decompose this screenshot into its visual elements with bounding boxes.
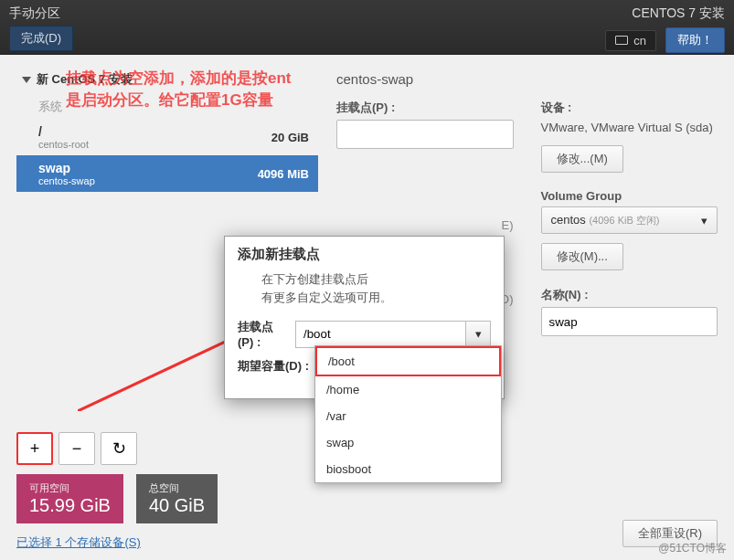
device-field: 设备 : VMware, VMware Virtual S (sda) 修改..… <box>541 100 718 173</box>
watermark: @51CTO博客 <box>658 541 727 556</box>
caret-down-icon <box>22 77 31 83</box>
keyboard-layout-text: cn <box>633 34 646 48</box>
name-field: 名称(N) : <box>541 287 718 336</box>
mountpoint-field: 挂载点(P) : <box>336 100 514 149</box>
partition-controls: + − ↻ <box>16 432 318 465</box>
chevron-down-icon: ▾ <box>701 214 707 227</box>
modal-hint: 在下方创建挂载点后 有更多自定义选项可用。 <box>261 270 491 306</box>
add-partition-button[interactable]: + <box>16 432 53 465</box>
modify-device-button[interactable]: 修改...(M) <box>541 145 623 173</box>
modal-title: 添加新挂载点 <box>238 246 491 263</box>
keyboard-icon <box>615 36 628 45</box>
total-space-tile: 总空间 40 GiB <box>136 474 218 523</box>
dropdown-option-boot[interactable]: /boot <box>315 346 501 376</box>
mountpoint-combo-toggle[interactable]: ▾ <box>465 321 491 348</box>
dropdown-option-home[interactable]: /home <box>315 376 501 403</box>
mountpoint-dropdown-list: /boot /home /var swap biosboot <box>314 345 502 483</box>
mountpoint-input[interactable] <box>336 120 514 149</box>
main-content: 挂载点为空添加，添加的是按ent 是启动分区。给它配置1G容量 新 CentOS… <box>0 55 734 560</box>
volume-group-field: Volume Group centos (4096 KiB 空闲) ▾ 修改(M… <box>541 189 718 270</box>
partition-item-swap[interactable]: swap centos-swap 4096 MiB <box>16 155 318 192</box>
annotation-overlay: 挂载点为空添加，添加的是按ent 是启动分区。给它配置1G容量 <box>66 68 292 111</box>
name-input[interactable] <box>541 307 718 336</box>
partition-item-root[interactable]: / centos-root 20 GiB <box>16 119 318 155</box>
dropdown-option-swap[interactable]: swap <box>315 429 501 456</box>
mountpoint-combobox[interactable]: ▾ <box>295 321 491 348</box>
volume-group-select[interactable]: centos (4096 KiB 空闲) ▾ <box>541 206 718 234</box>
help-button[interactable]: 帮助！ <box>665 27 725 53</box>
details-heading: centos-swap <box>336 71 718 87</box>
storage-devices-link[interactable]: 已选择 1 个存储设备(S) <box>16 534 318 551</box>
modal-capacity-label: 期望容量(D) : <box>238 358 320 375</box>
mountpoint-combo-input[interactable] <box>295 321 465 348</box>
desired-capacity-partial: E) <box>336 218 514 232</box>
space-summary: 可用空间 15.99 GiB 总空间 40 GiB <box>16 474 318 523</box>
remove-partition-button[interactable]: − <box>59 432 95 465</box>
done-button[interactable]: 完成(D) <box>9 26 73 51</box>
available-space-tile: 可用空间 15.99 GiB <box>16 474 123 523</box>
partition-list: / centos-root 20 GiB swap centos-swap 40… <box>16 119 318 192</box>
chevron-down-icon: ▾ <box>475 327 482 341</box>
dropdown-option-biosboot[interactable]: biosboot <box>315 456 501 482</box>
page-title: 手动分区 <box>9 5 73 22</box>
modal-mount-label: 挂载点(P) : <box>238 319 288 349</box>
dropdown-option-var[interactable]: /var <box>315 403 501 429</box>
topbar: 手动分区 完成(D) CENTOS 7 安装 cn 帮助！ <box>0 0 734 55</box>
install-title: CENTOS 7 安装 <box>632 5 725 22</box>
modify-vg-button[interactable]: 修改(M)... <box>541 243 623 270</box>
keyboard-layout-indicator[interactable]: cn <box>605 30 656 51</box>
reload-button[interactable]: ↻ <box>101 432 137 465</box>
